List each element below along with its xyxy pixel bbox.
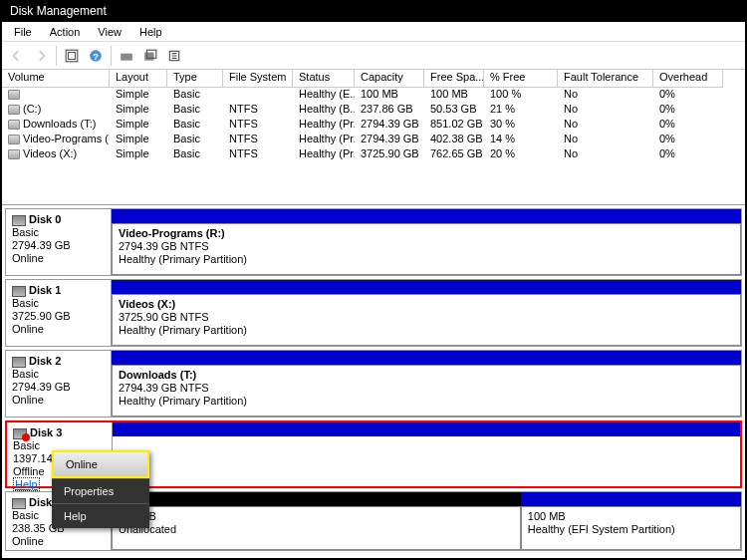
col-fault[interactable]: Fault Tolerance xyxy=(558,70,653,88)
svg-rect-1 xyxy=(69,52,76,59)
action-button-3[interactable] xyxy=(163,45,185,67)
menu-view[interactable]: View xyxy=(90,24,129,40)
context-menu: Online Properties Help xyxy=(52,450,149,528)
volume-row[interactable]: Downloads (T:)SimpleBasicNTFSHealthy (Pr… xyxy=(2,118,745,133)
menu-help[interactable]: Help xyxy=(131,24,170,40)
disk-info: Disk 0 Basic 2794.39 GB Online xyxy=(6,209,112,275)
partition-header-bar xyxy=(112,351,741,365)
volume-row[interactable]: SimpleBasicHealthy (E...100 MB100 MB100 … xyxy=(2,88,745,103)
partition-header-unalloc xyxy=(112,492,521,506)
volume-icon xyxy=(8,90,20,100)
disk-partitions: Videos (X:) 3725.90 GB NTFS Healthy (Pri… xyxy=(112,280,741,346)
col-pfree[interactable]: % Free xyxy=(484,70,558,88)
partition-header-bar xyxy=(112,280,741,294)
volume-list: Volume Layout Type File System Status Ca… xyxy=(2,70,745,205)
partition[interactable]: Video-Programs (R:) 2794.39 GB NTFS Heal… xyxy=(112,223,741,275)
svg-rect-4 xyxy=(121,53,132,60)
partition-header-bar xyxy=(113,422,740,436)
disk-icon xyxy=(12,286,26,297)
partition[interactable]: Downloads (T:) 2794.39 GB NTFS Healthy (… xyxy=(112,365,741,417)
disk-block-0[interactable]: Disk 0 Basic 2794.39 GB Online Video-Pro… xyxy=(5,208,742,276)
volume-row[interactable]: Videos (X:)SimpleBasicNTFSHealthy (Pr...… xyxy=(2,147,745,162)
col-type[interactable]: Type xyxy=(167,70,223,88)
ctx-help[interactable]: Help xyxy=(52,503,149,528)
action-button-2[interactable] xyxy=(139,45,161,67)
menu-action[interactable]: Action xyxy=(42,24,89,40)
refresh-button[interactable] xyxy=(61,45,83,67)
window-title: Disk Management xyxy=(10,4,107,18)
toolbar: ? xyxy=(2,42,745,70)
svg-text:?: ? xyxy=(93,51,99,61)
separator xyxy=(111,46,112,66)
disk-icon xyxy=(12,357,26,368)
col-fs[interactable]: File System xyxy=(223,70,293,88)
partition[interactable]: Videos (X:) 3725.90 GB NTFS Healthy (Pri… xyxy=(112,294,741,346)
back-button xyxy=(6,45,28,67)
disk-info: Disk 1 Basic 3725.90 GB Online xyxy=(6,280,112,346)
partition-header-bar xyxy=(112,209,741,223)
disk-block-2[interactable]: Disk 2 Basic 2794.39 GB Online Downloads… xyxy=(5,350,742,418)
action-button-1[interactable] xyxy=(116,45,137,67)
window-titlebar: Disk Management xyxy=(2,2,745,22)
volume-row[interactable]: Video-Programs (R:)SimpleBasicNTFSHealth… xyxy=(2,133,745,147)
menubar: File Action View Help xyxy=(2,22,745,42)
volume-header-row: Volume Layout Type File System Status Ca… xyxy=(2,70,745,88)
partition-empty[interactable] xyxy=(113,436,740,486)
volume-icon xyxy=(8,120,20,130)
disk-partitions xyxy=(113,422,740,486)
col-capacity[interactable]: Capacity xyxy=(355,70,424,88)
disk-warning-icon xyxy=(13,428,27,439)
ctx-online[interactable]: Online xyxy=(52,450,149,478)
volume-icon xyxy=(8,105,20,115)
volume-icon xyxy=(8,149,20,159)
disk-partitions: 401 MB Unallocated 100 MB Healthy (EFI S… xyxy=(112,492,741,550)
menu-file[interactable]: File xyxy=(6,24,40,40)
help-link[interactable]: Help xyxy=(13,477,40,491)
separator xyxy=(56,46,57,66)
disk-partitions: Video-Programs (R:) 2794.39 GB NTFS Heal… xyxy=(112,209,741,275)
col-overhead[interactable]: Overhead xyxy=(653,70,723,88)
col-status[interactable]: Status xyxy=(293,70,355,88)
col-layout[interactable]: Layout xyxy=(110,70,167,88)
help-button[interactable]: ? xyxy=(85,45,107,67)
partition-efi[interactable]: 100 MB Healthy (EFI System Partition) xyxy=(521,506,741,550)
disk-icon xyxy=(12,498,26,509)
partition-unallocated[interactable]: 401 MB Unallocated xyxy=(112,506,521,550)
volume-icon xyxy=(8,135,20,144)
ctx-properties[interactable]: Properties xyxy=(52,478,149,503)
disk-partitions: Downloads (T:) 2794.39 GB NTFS Healthy (… xyxy=(112,351,741,417)
partition-header-bar xyxy=(521,492,741,506)
col-volume[interactable]: Volume xyxy=(2,70,110,88)
svg-rect-5 xyxy=(144,52,153,60)
volume-row[interactable]: (C:)SimpleBasicNTFSHealthy (B...237.86 G… xyxy=(2,103,745,118)
disk-block-1[interactable]: Disk 1 Basic 3725.90 GB Online Videos (X… xyxy=(5,279,742,347)
disk-info: Disk 2 Basic 2794.39 GB Online xyxy=(6,351,112,417)
disk-icon xyxy=(12,215,26,226)
forward-button xyxy=(30,45,52,67)
col-free[interactable]: Free Spa... xyxy=(424,70,484,88)
